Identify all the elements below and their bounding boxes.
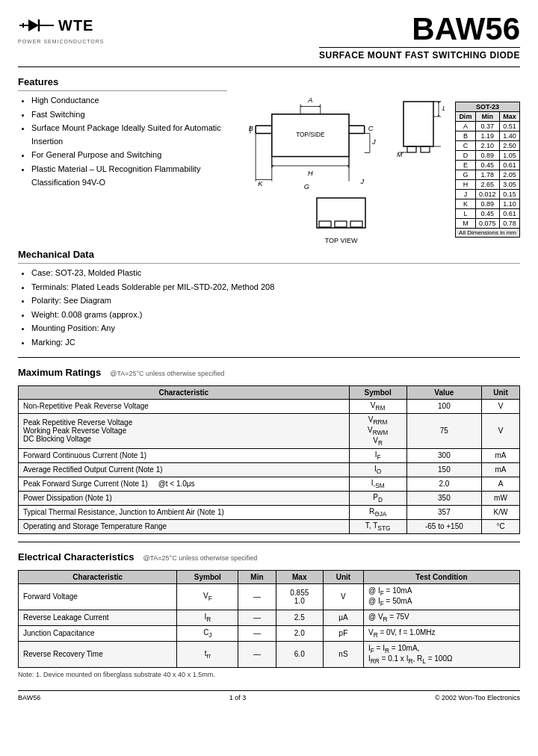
svg-rect-41 [407,146,416,152]
mechanical-title: Mechanical Data [18,249,520,260]
table-row: Average Rectified Output Current (Note 1… [19,462,520,477]
list-item: Weight: 0.008 grams (approx.) [31,309,520,322]
header-divider [18,66,520,67]
table-row: D0.891.05 [456,151,520,161]
svg-text:H: H [308,170,313,177]
col-characteristic: Characteristic [19,385,350,399]
footer-page: 1 of 3 [229,694,247,701]
col-unit: Unit [323,570,363,583]
mechanical-list: Case: SOT-23, Molded Plastic Terminals: … [18,267,520,350]
table-row: E0.450.61 [456,161,520,170]
dim-header-row: SOT-23 [456,102,520,112]
svg-rect-56 [335,221,347,227]
svg-text:A: A [307,96,312,104]
mechanical-section: Mechanical Data Case: SOT-23, Molded Pla… [18,249,520,350]
table-row: Power Dissipation (Note 1) PD 350 mW [19,491,520,505]
svg-text:C: C [368,125,374,132]
list-item: Surface Mount Package Ideally Suited for… [31,122,227,148]
table-row: Non-Repetitive Peak Reverse Voltage VRM … [19,399,520,413]
logo-area: WTE POWER SEMICONDUCTORS [18,13,105,44]
table-row: Forward Voltage VF — 0.8551.0 V @ IF = 1… [19,583,520,610]
col-min: Min [238,570,276,583]
svg-rect-54 [317,198,365,228]
col-value: Value [406,385,481,399]
logo-subtitle: POWER SEMICONDUCTORS [18,39,105,44]
max-ratings-title: Maximum Ratings [18,367,101,378]
mechanical-divider [18,263,520,264]
svg-text:J: J [371,138,376,146]
table-row: Peak Repetitive Reverse VoltageWorking P… [19,413,520,448]
col-symbol: Symbol [349,385,406,399]
top-view-area: TOP VIEW [313,194,369,244]
dimensions-table: SOT-23 Dim Min Max A0.370.51 B1.191.40 C… [455,102,520,238]
dim-col-header: Dim Min Max [456,112,520,122]
dimensions-table-area: SOT-23 Dim Min Max A0.370.51 B1.191.40 C… [455,102,520,244]
diagrams-area: TOP/SIDE A [238,72,445,191]
table-row: Peak Forward Surge Current (Note 1) @t <… [19,477,520,491]
logo-text: WTE [58,17,93,34]
col-symbol: Symbol [177,570,238,583]
svg-rect-55 [319,221,331,227]
dim-col-dim: Dim [456,112,476,122]
svg-text:M: M [397,151,403,158]
max-ratings-note: @TA=25°C unless otherwise specified [110,370,224,377]
top-view-label: TOP VIEW [325,237,358,244]
col-characteristic: Characteristic [19,570,177,583]
col-max: Max [276,570,323,583]
table-row: C2.102.50 [456,141,520,151]
features-list: High Conductance Fast Switching Surface … [18,94,227,189]
table-row: Reverse Recovery Time trr — 6.0 nS IF = … [19,641,520,667]
features-col: Features High Conductance Fast Switching… [18,72,227,244]
section-divider-1 [18,357,520,358]
top-view-svg [313,194,369,235]
svg-text:L: L [442,105,445,112]
electrical-table: Characteristic Symbol Min Max Unit Test … [18,570,520,668]
max-ratings-section: Maximum Ratings @TA=25°C unless otherwis… [18,362,520,534]
svg-text:J: J [360,178,365,185]
footer-part: BAW56 [18,694,40,701]
table-row: G1.782.05 [456,170,520,180]
table-row: Reverse Leakage Current IR — 2.5 μA @ VR… [19,610,520,625]
list-item: High Conductance [31,94,227,108]
list-item: Marking: JC [31,336,520,350]
table-row: K0.891.10 [456,199,520,209]
table-row: B1.191.40 [456,131,520,141]
table-row: All Dimensions in mm [456,229,520,238]
list-item: Mounting Position: Any [31,322,520,335]
table-row: J0.0120.15 [456,190,520,199]
dim-col-min: Min [475,112,499,122]
svg-rect-57 [350,221,362,227]
list-item: Case: SOT-23, Molded Plastic [31,267,520,280]
list-item: Terminals: Plated Leads Solderable per M… [31,281,520,294]
logo-symbol: WTE [18,13,93,37]
col-test-condition: Test Condition [363,570,519,583]
table-row: Operating and Storage Temperature Range … [19,519,520,533]
page-header: WTE POWER SEMICONDUCTORS BAW56 SURFACE M… [18,13,520,61]
diode-symbol-icon [18,13,57,37]
list-item: Polarity: See Diagram [31,294,520,308]
list-item: Fast Switching [31,108,227,122]
col-unit: Unit [482,385,520,399]
footer-copyright: © 2002 Won-Too Electronics [435,694,520,701]
part-subtitle: SURFACE MOUNT FAST SWITCHING DIODE [319,47,520,61]
package-diagram-area: TOP/SIDE A [235,72,448,244]
svg-marker-2 [28,19,39,31]
table-row: H2.653.05 [456,180,520,190]
elec-header-row: Characteristic Symbol Min Max Unit Test … [19,570,520,583]
electrical-note: @TA=25°C unless otherwise specified [143,554,257,562]
part-number: BAW56 [319,13,520,45]
footnote: Note: 1. Device mounted on fiberglass su… [18,671,520,678]
svg-text:K: K [258,180,263,188]
table-row: M0.0750.78 [456,219,520,229]
svg-text:B: B [249,125,253,132]
svg-rect-40 [404,102,433,146]
electrical-section: Electrical Characteristics @TA=25°C unle… [18,547,520,668]
package-diagram-svg: TOP/SIDE A [238,72,387,191]
table-row: Forward Continuous Current (Note 1) IF 3… [19,448,520,462]
ratings-table: Characteristic Symbol Value Unit Non-Rep… [18,385,520,534]
ratings-header-row: Characteristic Symbol Value Unit [19,385,520,399]
svg-text:G: G [304,183,309,190]
table-row: Junction Capacitance CJ — 2.0 pF VR = 0V… [19,625,520,641]
package-label: SOT-23 [456,102,520,112]
features-section: Features High Conductance Fast Switching… [18,72,520,244]
